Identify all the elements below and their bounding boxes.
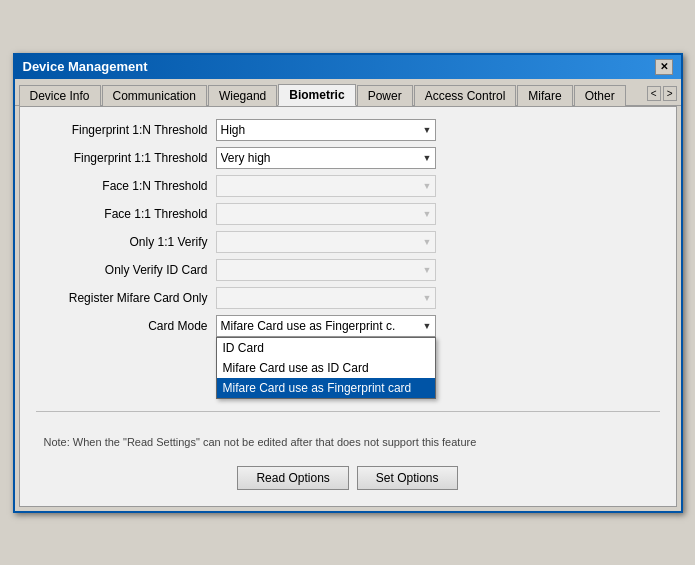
- only11-row: Only 1:1 Verify: [36, 231, 660, 253]
- only-verify-id-row: Only Verify ID Card: [36, 259, 660, 281]
- only-verify-id-select[interactable]: [216, 259, 436, 281]
- face11-label: Face 1:1 Threshold: [36, 207, 216, 221]
- only11-select-wrapper: [216, 231, 436, 253]
- face11-row: Face 1:1 Threshold: [36, 203, 660, 225]
- fp11-select-wrapper: High Very high Medium Low: [216, 147, 436, 169]
- close-button[interactable]: ✕: [655, 59, 673, 75]
- face1n-select-wrapper: [216, 175, 436, 197]
- face1n-select[interactable]: [216, 175, 436, 197]
- register-mifare-label: Register Mifare Card Only: [36, 291, 216, 305]
- tab-content: Fingerprint 1:N Threshold High Very high…: [19, 106, 677, 507]
- title-bar-buttons: ✕: [655, 59, 673, 75]
- face1n-label: Face 1:N Threshold: [36, 179, 216, 193]
- tab-scroll-left[interactable]: <: [647, 86, 661, 101]
- tab-access-control[interactable]: Access Control: [414, 85, 517, 106]
- tab-other[interactable]: Other: [574, 85, 626, 106]
- dropdown-item-id-card[interactable]: ID Card: [217, 338, 435, 358]
- card-mode-dropdown: ID Card Mifare Card use as ID Card Mifar…: [216, 337, 436, 399]
- tab-communication[interactable]: Communication: [102, 85, 207, 106]
- fp11-row: Fingerprint 1:1 Threshold High Very high…: [36, 147, 660, 169]
- card-mode-row: Card Mode ID Card Mifare Card use as ID …: [36, 315, 660, 337]
- card-mode-select-wrapper: ID Card Mifare Card use as ID Card Mifar…: [216, 315, 436, 337]
- set-options-button[interactable]: Set Options: [357, 466, 458, 490]
- fp1n-select-wrapper: High Very high Medium Low: [216, 119, 436, 141]
- fp1n-row: Fingerprint 1:N Threshold High Very high…: [36, 119, 660, 141]
- fp11-label: Fingerprint 1:1 Threshold: [36, 151, 216, 165]
- only-verify-id-label: Only Verify ID Card: [36, 263, 216, 277]
- tab-scroll: < >: [647, 86, 677, 101]
- note-text: Note: When the "Read Settings" can not b…: [44, 436, 477, 448]
- register-mifare-select-wrapper: [216, 287, 436, 309]
- tab-wiegand[interactable]: Wiegand: [208, 85, 277, 106]
- tabs-row: Device Info Communication Wiegand Biomet…: [15, 79, 681, 106]
- only11-select[interactable]: [216, 231, 436, 253]
- fp1n-select[interactable]: High Very high Medium Low: [216, 119, 436, 141]
- device-management-window: Device Management ✕ Device Info Communic…: [13, 53, 683, 513]
- note-area: Note: When the "Read Settings" can not b…: [36, 428, 660, 456]
- dropdown-item-mifare-fp[interactable]: Mifare Card use as Fingerprint card: [217, 378, 435, 398]
- title-bar: Device Management ✕: [15, 55, 681, 79]
- only-verify-id-select-wrapper: [216, 259, 436, 281]
- separator: [36, 411, 660, 412]
- register-mifare-select[interactable]: [216, 287, 436, 309]
- window-title: Device Management: [23, 59, 148, 74]
- face11-select[interactable]: [216, 203, 436, 225]
- tab-mifare[interactable]: Mifare: [517, 85, 572, 106]
- tab-device-info[interactable]: Device Info: [19, 85, 101, 106]
- tab-biometric[interactable]: Biometric: [278, 84, 355, 106]
- fp11-select[interactable]: High Very high Medium Low: [216, 147, 436, 169]
- tab-power[interactable]: Power: [357, 85, 413, 106]
- fp1n-label: Fingerprint 1:N Threshold: [36, 123, 216, 137]
- face1n-row: Face 1:N Threshold: [36, 175, 660, 197]
- card-mode-select[interactable]: ID Card Mifare Card use as ID Card Mifar…: [216, 315, 436, 337]
- card-mode-label: Card Mode: [36, 319, 216, 333]
- read-options-button[interactable]: Read Options: [237, 466, 348, 490]
- only11-label: Only 1:1 Verify: [36, 235, 216, 249]
- face11-select-wrapper: [216, 203, 436, 225]
- register-mifare-row: Register Mifare Card Only: [36, 287, 660, 309]
- tab-scroll-right[interactable]: >: [663, 86, 677, 101]
- button-row: Read Options Set Options: [36, 466, 660, 494]
- dropdown-item-mifare-id[interactable]: Mifare Card use as ID Card: [217, 358, 435, 378]
